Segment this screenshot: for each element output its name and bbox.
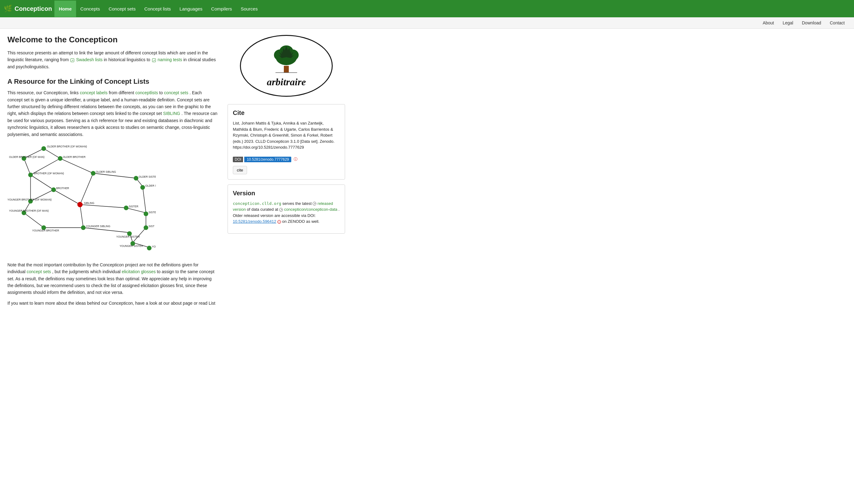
nav-home[interactable]: Home <box>54 1 76 17</box>
svg-point-32 <box>91 171 95 176</box>
svg-line-7 <box>53 190 80 204</box>
svg-point-46 <box>144 211 149 216</box>
nav-languages[interactable]: Languages <box>175 1 207 17</box>
svg-text:OLDER SISTER: OLDER SISTER <box>139 175 156 178</box>
cite-title: Cite <box>233 109 340 116</box>
svg-point-34 <box>134 176 139 180</box>
svg-text:BROTHER (OF WOMAN): BROTHER (OF WOMAN) <box>34 172 64 175</box>
svg-line-16 <box>24 213 43 228</box>
nav-compilers[interactable]: Compilers <box>207 1 237 17</box>
svg-text:OLDER BROTHER (OF WOMAN): OLDER BROTHER (OF WOMAN) <box>47 145 87 148</box>
nav-sources[interactable]: Sources <box>236 1 262 17</box>
doi-badge: DOI 10.5281/zenodo.7777629 ⓘ <box>233 157 297 162</box>
svg-text:OLDER BROTHER: OLDER BROTHER <box>63 155 85 158</box>
paragraph-3: If you want to learn more about the idea… <box>7 300 218 307</box>
doi-value-link[interactable]: 10.5281/zenodo.7777629 <box>244 157 291 162</box>
svg-text:YOUNGER SIBLING: YOUNGER SIBLING <box>86 224 110 228</box>
svg-text:SIST: SIST <box>149 224 155 228</box>
ext-icon-2 <box>152 58 156 62</box>
svg-line-14 <box>126 208 146 213</box>
svg-text:YOUNGER SI: YOUNGER SI <box>152 245 156 248</box>
main-layout: Welcome to the Concepticon This resource… <box>0 29 854 317</box>
svg-text:SISTER: SISTER <box>129 204 139 208</box>
svg-point-42 <box>77 202 83 207</box>
repo-link[interactable]: concepticon/concepticon-data <box>284 207 337 212</box>
ext-icon-1 <box>70 58 74 62</box>
svg-line-19 <box>83 228 129 233</box>
nav-concepts[interactable]: Concepts <box>76 1 104 17</box>
site-url: concepticon.clld.org <box>233 201 281 206</box>
svg-line-5 <box>93 173 136 178</box>
conceptlists-link[interactable]: conceptlists <box>136 90 158 95</box>
paragraph-1: This resource, our Concepticon, links co… <box>7 89 218 138</box>
version-box: Version concepticon.clld.org serves the … <box>228 184 345 234</box>
svg-point-28 <box>58 156 63 161</box>
sec-legal[interactable]: Legal <box>778 17 797 29</box>
nav-concept-sets[interactable]: Concept sets <box>104 1 140 17</box>
concept-labels-link[interactable]: concept labels <box>80 90 108 95</box>
svg-rect-62 <box>284 66 289 73</box>
page-title: Welcome to the Concepticon <box>7 35 218 44</box>
svg-line-17 <box>80 204 84 228</box>
logo-text: Concepticon <box>15 5 52 12</box>
swadesh-lists-link[interactable]: Swadesh lists <box>76 57 103 62</box>
svg-line-1 <box>43 149 60 159</box>
old-doi-link[interactable]: 10.5281/zenodo.596412 <box>233 219 276 224</box>
svg-text:YOUNGER SISTER: YOUNGER SISTER <box>120 244 143 247</box>
svg-line-6 <box>31 175 54 190</box>
svg-point-44 <box>124 205 128 210</box>
concept-sets-link-1[interactable]: concept sets <box>164 90 188 95</box>
intro-paragraph: This resource presents an attempt to lin… <box>7 50 218 70</box>
arbitraire-logo: arbitraire <box>240 35 333 97</box>
svg-point-30 <box>28 173 33 177</box>
svg-text:OLDER SISTER: OLDER SISTER <box>145 184 156 187</box>
concept-graph: OLDER BROTHER (OF WOMAN) OLDER BROTHER (… <box>7 144 218 255</box>
sibling-link[interactable]: SIBLING <box>163 111 180 116</box>
naming-tests-link[interactable]: naming tests <box>158 57 182 62</box>
svg-text:SISTER OF: SISTER OF <box>149 211 156 214</box>
sec-contact[interactable]: Contact <box>825 17 849 29</box>
svg-point-60 <box>147 246 152 250</box>
logo-icon: 🌿 <box>4 5 12 13</box>
svg-line-2 <box>24 159 30 175</box>
section2-title: A Resource for the Linking of Concept Li… <box>7 77 218 86</box>
svg-point-54 <box>144 225 149 230</box>
doi-label: DOI <box>233 157 243 162</box>
svg-text:OLDER BROTHER (OF MAN): OLDER BROTHER (OF MAN) <box>9 155 45 158</box>
svg-line-10 <box>80 173 93 204</box>
top-navigation: 🌿 Concepticon Home Concepts Concept sets… <box>0 0 854 17</box>
concept-sets-link-2[interactable]: concept sets <box>27 269 51 274</box>
svg-line-12 <box>142 186 146 213</box>
sec-about[interactable]: About <box>759 17 779 29</box>
svg-line-4 <box>60 159 93 173</box>
svg-point-36 <box>140 185 145 190</box>
cite-box: Cite List, Johann Mattis & Tjuka, Annika… <box>228 104 345 180</box>
nav-concept-lists[interactable]: Concept lists <box>140 1 175 17</box>
svg-text:YOUNGER SISTER: YOUNGER SISTER <box>116 235 140 238</box>
citation-text: List, Johann Mattis & Tjuka, Annika & va… <box>233 120 340 150</box>
tree-illustration <box>266 44 307 75</box>
arbitraire-text: arbitraire <box>267 76 306 88</box>
site-logo[interactable]: 🌿 Concepticon <box>4 5 52 13</box>
doi-ext-icon: ⓘ <box>294 157 297 162</box>
svg-point-38 <box>51 187 56 192</box>
svg-text:YOUNGER BROTHER: YOUNGER BROTHER <box>32 229 59 232</box>
version-text-5: on ZENODO as well. <box>282 219 320 224</box>
svg-text:OLDER SIBLING: OLDER SIBLING <box>96 170 116 173</box>
version-title: Version <box>233 190 340 197</box>
version-text: concepticon.clld.org serves the latest ↗… <box>233 201 340 224</box>
svg-line-13 <box>80 204 126 208</box>
svg-point-52 <box>81 225 86 230</box>
svg-text:YOUNGER BROTHER (OF WOMAN): YOUNGER BROTHER (OF WOMAN) <box>7 198 52 201</box>
cite-button[interactable]: cite <box>233 166 247 174</box>
para3-text: If you want to learn more about the idea… <box>7 301 215 306</box>
svg-text:BROTHER: BROTHER <box>56 187 69 190</box>
svg-text:SIBLING: SIBLING <box>84 201 94 204</box>
secondary-navigation: About Legal Download Contact <box>0 17 854 29</box>
paragraph-2: Note that the most important contributio… <box>7 262 218 296</box>
elicitation-glosses-link[interactable]: elicitation glosses <box>122 269 156 274</box>
intro-text-2: in historical linguistics to <box>104 57 150 62</box>
sec-download[interactable]: Download <box>797 17 825 29</box>
svg-text:YOUNGER BROTHER (OF MAN): YOUNGER BROTHER (OF MAN) <box>9 209 49 212</box>
sidebar: arbitraire Cite List, Johann Mattis & Tj… <box>228 35 345 310</box>
